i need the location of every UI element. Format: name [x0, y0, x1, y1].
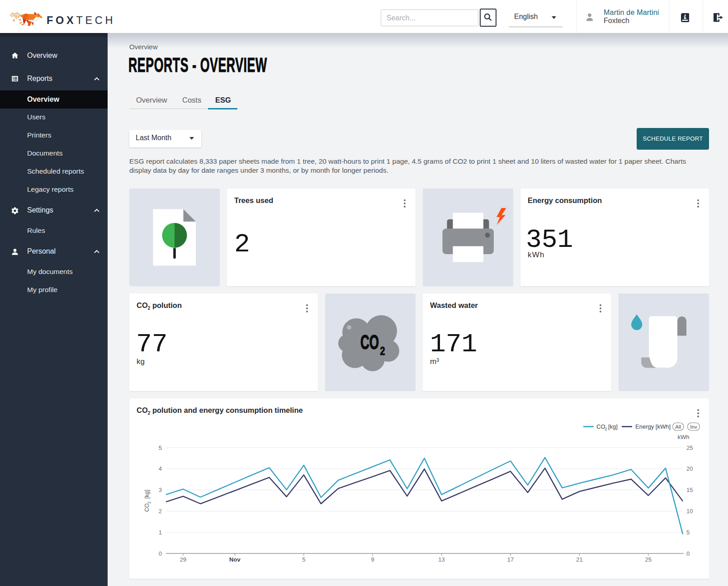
- svg-text:[kg]: [kg]: [608, 423, 618, 430]
- svg-text:0: 0: [686, 550, 690, 557]
- svg-text:25: 25: [686, 444, 693, 451]
- svg-text:[kg]: [kg]: [144, 490, 150, 499]
- svg-text:21: 21: [576, 556, 582, 563]
- svg-text:CO: CO: [360, 331, 379, 353]
- svg-text:All: All: [675, 424, 681, 430]
- svg-text:2: 2: [159, 508, 162, 515]
- svg-text:15: 15: [686, 487, 693, 493]
- svg-text:13: 13: [438, 556, 444, 563]
- svg-text:25: 25: [645, 556, 652, 563]
- svg-text:5: 5: [159, 444, 162, 451]
- svg-text:2: 2: [147, 501, 151, 504]
- svg-text:Nov: Nov: [229, 556, 241, 563]
- svg-text:9: 9: [371, 556, 374, 563]
- svg-text:29: 29: [180, 556, 186, 563]
- svg-text:17: 17: [507, 556, 514, 563]
- svg-text:Energy [kWh]: Energy [kWh]: [635, 423, 671, 430]
- svg-text:CO: CO: [144, 503, 150, 512]
- svg-text:5: 5: [686, 529, 690, 536]
- svg-text:kWh: kWh: [678, 434, 690, 440]
- svg-text:2: 2: [380, 345, 385, 357]
- svg-text:5: 5: [302, 556, 305, 563]
- svg-text:20: 20: [686, 465, 693, 472]
- svg-text:CO: CO: [596, 423, 605, 430]
- svg-text:0: 0: [159, 550, 162, 557]
- svg-text:1: 1: [159, 529, 162, 536]
- svg-text:4: 4: [159, 465, 162, 472]
- svg-text:2: 2: [605, 427, 607, 431]
- svg-text:Inv: Inv: [690, 424, 697, 430]
- svg-text:10: 10: [686, 508, 693, 515]
- svg-text:3: 3: [159, 487, 162, 493]
